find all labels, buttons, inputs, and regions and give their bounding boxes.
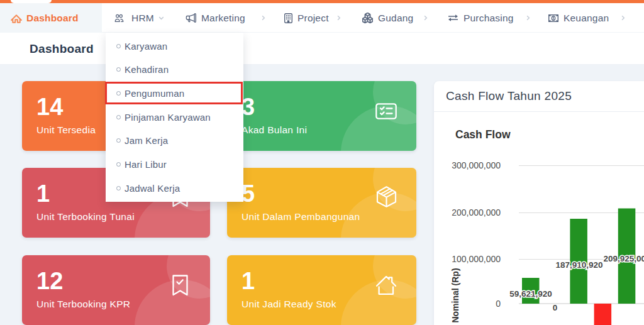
svg-text:187,910,920: 187,910,920	[555, 260, 602, 270]
svg-text:100,000,000: 100,000,000	[452, 254, 501, 264]
svg-text:Cash Flow: Cash Flow	[455, 128, 511, 141]
svg-text:Nominal (Rp): Nominal (Rp)	[450, 268, 460, 322]
svg-text:300,000,000: 300,000,000	[452, 160, 501, 170]
svg-text:200,000,000: 200,000,000	[452, 207, 501, 218]
svg-text:209,925,000: 209,925,000	[603, 254, 644, 263]
svg-text:0: 0	[553, 303, 558, 312]
svg-text:59,621,920: 59,621,920	[509, 289, 552, 299]
svg-text:0: 0	[496, 299, 501, 309]
